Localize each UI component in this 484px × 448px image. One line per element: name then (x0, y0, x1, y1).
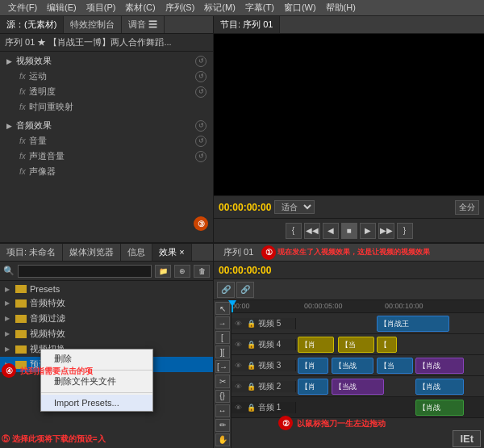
rate-stretch-tool[interactable]: [→ (215, 360, 230, 373)
stop-btn[interactable]: ■ (341, 223, 357, 239)
video-effects-label: 视频效果 (16, 55, 52, 67)
new-custom-bin-btn[interactable]: ⊕ (174, 265, 190, 278)
tab-program[interactable]: 节目: 序列 01 (214, 16, 280, 33)
reset-btn-audio[interactable]: ↺ (195, 120, 207, 132)
reset-btn-opacity[interactable]: ↺ (195, 86, 207, 98)
track-name: 音频 1 (258, 402, 281, 413)
tab-effects-control[interactable]: 特效控制台 (64, 16, 122, 33)
clip-v2-3[interactable]: 【肖战 (415, 379, 464, 395)
clip-v2-1[interactable]: 【肖 (298, 379, 328, 395)
full-quality-btn[interactable]: 全分 (455, 200, 479, 215)
tree-audio-effects[interactable]: ▶ 音频特效 (0, 295, 213, 311)
lock-icon[interactable]: 🔒 (247, 383, 256, 391)
clip-v4-2[interactable]: 【当 (338, 337, 374, 353)
rolling-tool[interactable]: ][ (215, 345, 230, 358)
menu-file[interactable]: 文件(F) (3, 2, 42, 14)
folder-icon (15, 299, 27, 308)
expand-icon: ▶ (5, 361, 13, 368)
tab-source[interactable]: 源：(无素材) (0, 16, 64, 33)
clip-v4-3[interactable]: 【 (377, 337, 397, 353)
play-btn[interactable]: ▶ (360, 223, 376, 239)
eye-icon[interactable]: 👁 (235, 362, 244, 370)
clip-v3-4[interactable]: 【肖战 (415, 358, 464, 374)
timeline-tab-label[interactable]: 序列 01 (219, 246, 258, 258)
tree-video-effects[interactable]: ▶ 视频特效 (0, 326, 213, 341)
reset-btn-motion[interactable]: ↺ (195, 71, 207, 82)
slip-tool[interactable]: {} (215, 390, 230, 403)
tab-media-browser[interactable]: 媒体浏览器 (63, 244, 121, 261)
audio-effects-label: 音频特效 (30, 297, 65, 309)
clip-v3-1[interactable]: 【肖 (298, 358, 328, 374)
step-back-btn[interactable]: ◀◀ (304, 223, 320, 239)
menu-help[interactable]: 帮助(H) (321, 2, 361, 14)
hand-tool[interactable]: ✋ (215, 433, 230, 446)
tab-audio-mixer[interactable]: 调音 ☰ (122, 16, 165, 33)
tab-effects[interactable]: 效果 × (152, 244, 191, 261)
menu-marker[interactable]: 标记(M) (199, 2, 240, 14)
lock-icon[interactable]: 🔒 (247, 362, 256, 370)
tab-project[interactable]: 项目: 未命名 (0, 244, 63, 261)
slide-tool[interactable]: ↔ (215, 404, 230, 417)
program-tabs: 节目: 序列 01 (214, 16, 484, 34)
clip-a1[interactable]: 【肖战 (415, 400, 464, 416)
link-btn[interactable]: 🔗 (236, 282, 254, 298)
snap-btn[interactable]: 🔗 (217, 282, 235, 298)
selection-tool[interactable]: ↖ (215, 302, 230, 315)
effects-search-input[interactable] (18, 265, 152, 278)
eye-icon[interactable]: 👁 (235, 383, 244, 391)
go-to-in-btn[interactable]: { (286, 223, 302, 239)
clip-v5[interactable]: 【肖战王 (377, 316, 449, 332)
ctx-delete[interactable]: 删除 (41, 350, 152, 368)
step-forward-btn[interactable]: ▶▶ (378, 223, 394, 239)
reset-btn-video[interactable]: ↺ (195, 56, 207, 67)
menu-title[interactable]: 字幕(T) (240, 2, 279, 14)
eye-icon[interactable]: 👁 (235, 404, 244, 412)
clip-v3-2[interactable]: 【当战 (332, 358, 373, 374)
eye-icon[interactable]: 👁 (235, 320, 244, 328)
folder-icon (15, 361, 27, 369)
menu-project[interactable]: 项目(P) (81, 2, 121, 14)
razor-tool[interactable]: ✂ (215, 375, 230, 387)
fit-dropdown[interactable]: 适合 (274, 200, 315, 214)
timeline-tracks: 👁 🔒 视频 5 【肖战王 👁 🔒 视频 4 (232, 313, 484, 448)
lock-icon[interactable]: 🔒 (247, 404, 256, 412)
ctx-import-presets[interactable]: Import Presets... (41, 395, 152, 411)
menu-window[interactable]: 窗口(W) (279, 2, 321, 14)
clip-v4-1[interactable]: 【肖 (298, 337, 334, 353)
tree-presets[interactable]: ▶ Presets (0, 283, 213, 295)
track-video4: 👁 🔒 视频 4 【肖 【当 【 (232, 334, 484, 355)
current-time: 00:00:00:00 (219, 202, 271, 213)
ruler-mark-0: 00:00 (232, 302, 250, 310)
menu-edit[interactable]: 编辑(E) (42, 2, 81, 14)
reset-btn-volume[interactable]: ↺ (195, 136, 207, 147)
track-video3-content: 【肖 【当战 【当 【肖战 (296, 355, 484, 375)
track-select-tool[interactable]: → (215, 316, 230, 329)
lock-icon[interactable]: 🔒 (247, 320, 256, 328)
lock-icon[interactable]: 🔒 (247, 341, 256, 349)
timeline-tools: ↖ → [ ][ [→ ✂ {} ↔ ✏ ✋ (214, 300, 232, 448)
channel-label: 声道音量 (29, 150, 65, 162)
video-effects-category[interactable]: ▶ 视频效果 ↺ (0, 53, 213, 69)
video-effects-section: ▶ 视频效果 ↺ fx 运动 ↺ fx 透明度 ↺ fx 时间重映射 (0, 52, 213, 116)
tab-info[interactable]: 信息 (121, 244, 152, 261)
time-remap-label: 时间重映射 (29, 101, 73, 113)
sequence-label: 序列 01 ★ 【肖战王一博】两人合作舞蹈... (0, 34, 213, 52)
new-bin-btn[interactable]: 📁 (155, 265, 171, 278)
ripple-tool[interactable]: [ (215, 331, 230, 344)
go-to-out-btn[interactable]: } (397, 223, 413, 239)
preview-area (214, 34, 484, 195)
menu-clip[interactable]: 素材(C) (120, 2, 160, 14)
ctx-delete-folder[interactable]: 删除文件夹文件 (41, 372, 152, 391)
audio-effects-category[interactable]: ▶ 音频效果 ↺ (0, 118, 213, 133)
presets-label: Presets (30, 284, 60, 294)
reset-btn-channel[interactable]: ↺ (195, 151, 207, 162)
effects-search-bar: 🔍 📁 ⊕ 🗑 (0, 262, 213, 281)
play-back-btn[interactable]: ◀ (323, 223, 339, 239)
clip-v2-2[interactable]: 【当战 (332, 379, 384, 395)
eye-icon[interactable]: 👁 (235, 341, 244, 349)
menu-sequence[interactable]: 序列(S) (161, 2, 200, 14)
pen-tool[interactable]: ✏ (215, 419, 230, 432)
clip-v3-3[interactable]: 【当 (377, 358, 413, 374)
tree-audio-filter[interactable]: ▶ 音频过滤 (0, 311, 213, 326)
delete-effect-btn[interactable]: 🗑 (194, 265, 210, 278)
